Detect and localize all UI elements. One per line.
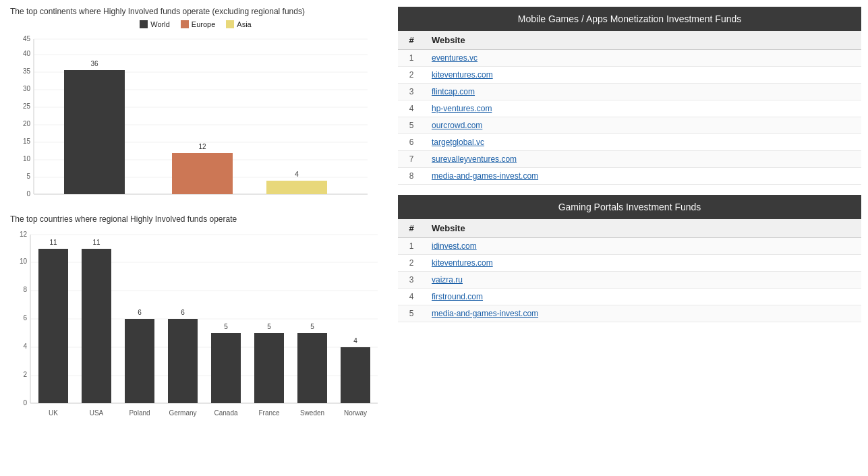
row-url[interactable]: ourcrowd.com xyxy=(425,117,861,134)
legend-swatch-europe xyxy=(181,20,189,28)
row-url[interactable]: media-and-games-invest.com xyxy=(425,168,861,185)
chart1-title: The top continents where Highly Involved… xyxy=(10,7,381,16)
ytick2-4: 4 xyxy=(23,343,27,350)
chart1-legend: World Europe Asia xyxy=(10,20,381,28)
legend-label-asia: Asia xyxy=(237,20,251,28)
row-url[interactable]: eventures.vc xyxy=(425,50,861,67)
bar-germany xyxy=(168,319,198,403)
legend-item-asia: Asia xyxy=(226,20,251,28)
bar-france xyxy=(254,333,284,403)
row-url[interactable]: targetglobal.vc xyxy=(425,134,861,151)
bar-poland-label: Poland xyxy=(129,409,150,417)
table2-header: Gaming Portals Investment Funds xyxy=(398,195,861,219)
legend-item-world: World xyxy=(140,20,170,28)
row-url[interactable]: kiteventures.com xyxy=(425,67,861,84)
bar-europe xyxy=(172,153,233,194)
bar-france-label: France xyxy=(258,409,280,417)
row-num: 5 xyxy=(398,305,425,322)
bar-asia xyxy=(266,181,327,194)
ytick2-12: 12 xyxy=(20,231,28,238)
bar-norway xyxy=(341,347,370,403)
ytick-30: 30 xyxy=(23,85,31,92)
ytick-0: 0 xyxy=(26,190,30,198)
table-row: 3flintcap.com xyxy=(398,84,861,100)
row-num: 1 xyxy=(398,238,425,255)
legend-label-europe: Europe xyxy=(192,20,215,28)
table-row: 8media-and-games-invest.com xyxy=(398,168,861,185)
table-row: 3vaizra.ru xyxy=(398,272,861,289)
bar-usa xyxy=(82,249,111,403)
row-url[interactable]: media-and-games-invest.com xyxy=(425,305,861,322)
chart2-container: 0 2 4 6 8 10 12 11 UK xyxy=(10,228,381,427)
bar-poland-val: 6 xyxy=(138,309,142,316)
table-row: 4hp-ventures.com xyxy=(398,100,861,117)
bar-germany-label: Germany xyxy=(169,409,196,417)
row-url[interactable]: kiteventures.com xyxy=(425,255,861,272)
ytick2-6: 6 xyxy=(23,314,27,322)
bar-sweden-label: Sweden xyxy=(300,409,324,417)
row-num: 4 xyxy=(398,100,425,117)
bar-norway-label: Norway xyxy=(344,409,367,417)
table1-col-num: # xyxy=(398,31,425,50)
row-url[interactable]: idinvest.com xyxy=(425,238,861,255)
row-num: 8 xyxy=(398,168,425,185)
bar-canada-val: 5 xyxy=(224,323,228,330)
bar-world-label: 36 xyxy=(90,60,98,67)
bar-poland xyxy=(125,319,154,403)
table2-col-website: Website xyxy=(425,219,861,238)
row-url[interactable]: hp-ventures.com xyxy=(425,100,861,117)
row-num: 7 xyxy=(398,151,425,168)
bar-uk-label: UK xyxy=(49,409,58,417)
row-url[interactable]: firstround.com xyxy=(425,289,861,305)
bar-usa-label: USA xyxy=(90,409,104,417)
table1-header-row: # Website xyxy=(398,31,861,50)
row-num: 3 xyxy=(398,272,425,289)
chart2-title: The top countries where regional Highly … xyxy=(10,214,381,224)
row-num: 3 xyxy=(398,84,425,100)
table2-body: 1idinvest.com2kiteventures.com3vaizra.ru… xyxy=(398,238,861,322)
ytick-20: 20 xyxy=(23,120,31,127)
row-url[interactable]: surevalleyventures.com xyxy=(425,151,861,168)
chart2-svg: 0 2 4 6 8 10 12 11 UK xyxy=(10,228,384,427)
table-row: 1idinvest.com xyxy=(398,238,861,255)
legend-label-world: World xyxy=(150,20,170,28)
table2-section: Gaming Portals Investment Funds # Websit… xyxy=(398,195,861,322)
bar-france-val: 5 xyxy=(267,323,271,330)
chart1-container: 0 5 10 15 20 25 30 35 40 45 xyxy=(10,32,381,208)
ytick2-10: 10 xyxy=(20,258,28,265)
row-url[interactable]: flintcap.com xyxy=(425,84,861,100)
table-row: 2kiteventures.com xyxy=(398,67,861,84)
table1-col-website: Website xyxy=(425,31,861,50)
bar-uk-val: 11 xyxy=(49,239,57,246)
ytick-5: 5 xyxy=(26,173,30,180)
table-row: 2kiteventures.com xyxy=(398,255,861,272)
table2-col-num: # xyxy=(398,219,425,238)
ytick-10: 10 xyxy=(23,155,31,162)
ytick2-0: 0 xyxy=(23,399,27,407)
row-url[interactable]: vaizra.ru xyxy=(425,272,861,289)
chart1-section: The top continents where Highly Involved… xyxy=(10,7,381,208)
bar-uk xyxy=(38,249,68,403)
bar-europe-label: 12 xyxy=(198,143,206,150)
table-row: 4firstround.com xyxy=(398,289,861,305)
ytick-25: 25 xyxy=(23,102,31,110)
bar-usa-val: 11 xyxy=(92,239,100,246)
bar-canada-label: Canada xyxy=(214,409,237,417)
table-row: 1eventures.vc xyxy=(398,50,861,67)
table-row: 5media-and-games-invest.com xyxy=(398,305,861,322)
row-num: 5 xyxy=(398,117,425,134)
legend-item-europe: Europe xyxy=(181,20,215,28)
ytick-15: 15 xyxy=(23,138,31,145)
row-num: 2 xyxy=(398,255,425,272)
ytick2-8: 8 xyxy=(23,286,27,293)
table-row: 5ourcrowd.com xyxy=(398,117,861,134)
left-panel: The top continents where Highly Involved… xyxy=(0,0,391,476)
legend-swatch-asia xyxy=(226,20,234,28)
table-row: 6targetglobal.vc xyxy=(398,134,861,151)
bar-canada xyxy=(211,333,241,403)
row-num: 4 xyxy=(398,289,425,305)
ytick-40: 40 xyxy=(23,50,31,57)
row-num: 1 xyxy=(398,50,425,67)
table1: # Website 1eventures.vc2kiteventures.com… xyxy=(398,31,861,185)
chart2-section: The top countries where regional Highly … xyxy=(10,214,381,427)
